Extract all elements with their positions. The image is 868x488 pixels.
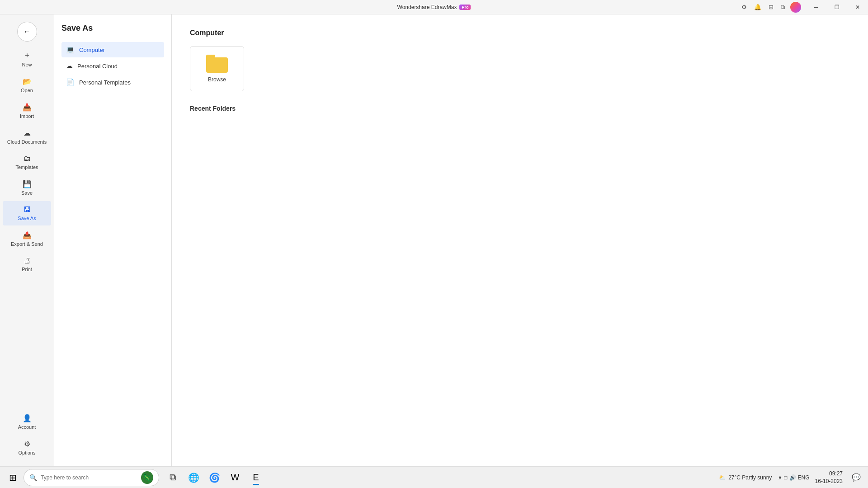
saveas-options: 💻 Computer ☁ Personal Cloud 📄 Personal T… xyxy=(61,42,164,91)
back-button[interactable]: ← xyxy=(17,22,37,42)
chevron-up-icon[interactable]: ∧ xyxy=(778,474,782,481)
sidebar-item-import[interactable]: 📥 Import xyxy=(3,99,51,123)
weather-icon: ⛅ xyxy=(719,474,726,481)
titlebar: Wondershare EdrawMax Pro ⚙ 🔔 ⊞ ⧉ ─ ❐ ✕ xyxy=(0,0,868,14)
edraw-icon: E xyxy=(253,472,259,483)
taskbar-right: ⛅ 27°C Partly sunny ∧ □ 🔊 ENG 09:27 16-1… xyxy=(715,469,864,486)
sidebar-new-icon: ＋ xyxy=(24,51,31,60)
start-icon: ⊞ xyxy=(9,472,17,483)
sidebar-item-cloud[interactable]: ☁ Cloud Documents xyxy=(3,124,51,149)
sidebar-account-icon: 👤 xyxy=(23,414,32,422)
sidebar: ← ＋ New 📂 Open 📥 Import ☁ Cloud Document… xyxy=(0,14,54,466)
sidebar-cloud-label: Cloud Documents xyxy=(7,139,47,145)
sidebar-item-print[interactable]: 🖨 Print xyxy=(3,252,51,277)
grid-icon[interactable]: ⊞ xyxy=(767,3,775,11)
saveas-option-personal_cloud[interactable]: ☁ Personal Cloud xyxy=(61,58,164,74)
pro-badge: Pro xyxy=(459,5,471,10)
saveas-panel: Save As 💻 Computer ☁ Personal Cloud 📄 Pe… xyxy=(54,14,172,466)
word-icon: W xyxy=(231,472,240,483)
back-icon: ← xyxy=(24,28,31,36)
taskbar-apps: ⧉🌐🌀WE xyxy=(163,469,266,487)
saveas-option-computer[interactable]: 💻 Computer xyxy=(61,42,164,57)
restore-button[interactable]: ❐ xyxy=(826,0,847,14)
sidebar-item-export[interactable]: 📤 Export & Send xyxy=(3,226,51,251)
section-title: Computer xyxy=(190,29,850,37)
saveas-title: Save As xyxy=(61,23,164,33)
sidebar-options-icon: ⚙ xyxy=(24,440,30,448)
sidebar-export-icon: 📤 xyxy=(23,231,32,239)
avatar[interactable] xyxy=(790,2,801,13)
monitor-icon[interactable]: □ xyxy=(784,474,787,481)
taskbar: ⊞ 🔍 🦎 ⧉🌐🌀WE ⛅ 27°C Partly sunny ∧ □ 🔊 EN… xyxy=(0,466,868,488)
search-bar[interactable]: 🔍 🦎 xyxy=(24,469,159,486)
sidebar-item-open[interactable]: 📂 Open xyxy=(3,73,51,98)
sidebar-open-label: Open xyxy=(21,88,33,93)
minimize-button[interactable]: ─ xyxy=(806,0,826,14)
sidebar-item-templates[interactable]: 🗂 Templates xyxy=(3,150,51,174)
saveas-personal_cloud-icon: ☁ xyxy=(66,62,73,70)
search-mascot: 🦎 xyxy=(141,471,153,484)
settings-icon[interactable]: ⚙ xyxy=(740,3,749,11)
close-button[interactable]: ✕ xyxy=(847,0,868,14)
sidebar-new-label: New xyxy=(22,62,32,67)
browse-label: Browse xyxy=(208,76,226,83)
weather-temp: 27°C Partly sunny xyxy=(728,474,772,481)
sidebar-bottom: 👤 Account ⚙ Options xyxy=(0,408,54,466)
taskbar-app-word[interactable]: W xyxy=(225,469,245,487)
saveas-personal_templates-label: Personal Templates xyxy=(79,79,131,86)
sidebar-import-icon: 📥 xyxy=(23,103,32,112)
sidebar-open-icon: 📂 xyxy=(23,77,32,86)
edge-icon: 🌀 xyxy=(209,472,220,483)
sidebar-item-options[interactable]: ⚙ Options xyxy=(3,435,51,460)
taskbar-app-taskview[interactable]: ⧉ xyxy=(163,469,183,487)
saveas-computer-icon: 💻 xyxy=(66,46,75,54)
browse-card[interactable]: Browse xyxy=(190,46,244,91)
sidebar-print-icon: 🖨 xyxy=(24,257,31,265)
app-name-text: Wondershare EdrawMax xyxy=(397,4,457,10)
sidebar-options-label: Options xyxy=(19,450,36,455)
saveas-option-personal_templates[interactable]: 📄 Personal Templates xyxy=(61,75,164,90)
language-indicator[interactable]: ENG xyxy=(798,474,810,481)
sidebar-saveas-label: Save As xyxy=(18,216,36,221)
taskbar-app-chrome[interactable]: 🌐 xyxy=(184,469,203,487)
sidebar-import-label: Import xyxy=(20,113,34,119)
saveas-personal_cloud-label: Personal Cloud xyxy=(77,63,118,70)
saveas-personal_templates-icon: 📄 xyxy=(66,78,75,86)
layers-icon[interactable]: ⧉ xyxy=(779,3,787,12)
clock-date: 16-10-2023 xyxy=(815,478,843,485)
sidebar-item-new[interactable]: ＋ New xyxy=(3,46,51,72)
sidebar-account-label: Account xyxy=(18,424,36,430)
titlebar-actions: ⚙ 🔔 ⊞ ⧉ xyxy=(740,3,787,12)
notification-button[interactable]: 💬 xyxy=(848,469,864,486)
search-icon: 🔍 xyxy=(29,474,37,481)
sidebar-save-label: Save xyxy=(21,190,33,196)
notification-icon: 💬 xyxy=(852,473,861,482)
sidebar-item-save[interactable]: 💾 Save xyxy=(3,175,51,200)
sidebar-item-saveas[interactable]: 🖫 Save As xyxy=(3,201,51,225)
sidebar-print-label: Print xyxy=(22,267,32,272)
app-title: Wondershare EdrawMax Pro xyxy=(397,4,471,10)
window-controls: ─ ❐ ✕ xyxy=(806,0,868,14)
app-body: ← ＋ New 📂 Open 📥 Import ☁ Cloud Document… xyxy=(0,14,868,466)
main-content: Computer Browse Recent Folders xyxy=(172,14,868,466)
sidebar-items: ＋ New 📂 Open 📥 Import ☁ Cloud Documents … xyxy=(0,45,54,277)
sidebar-saveas-icon: 🖫 xyxy=(24,206,31,214)
sidebar-item-account[interactable]: 👤 Account xyxy=(3,409,51,434)
sidebar-cloud-icon: ☁ xyxy=(24,129,31,137)
volume-icon[interactable]: 🔊 xyxy=(789,474,796,481)
clock[interactable]: 09:27 16-10-2023 xyxy=(812,469,845,486)
sidebar-save-icon: 💾 xyxy=(23,180,32,188)
taskview-icon: ⧉ xyxy=(170,472,176,483)
search-input[interactable] xyxy=(41,474,137,481)
clock-time: 09:27 xyxy=(815,470,843,478)
weather-widget[interactable]: ⛅ 27°C Partly sunny xyxy=(715,473,775,483)
sidebar-templates-label: Templates xyxy=(15,164,38,170)
system-icons: ∧ □ 🔊 ENG xyxy=(778,474,809,481)
saveas-computer-label: Computer xyxy=(79,47,105,53)
chrome-icon: 🌐 xyxy=(188,472,199,483)
bell-icon[interactable]: 🔔 xyxy=(752,3,763,11)
sidebar-bottom-items: 👤 Account ⚙ Options xyxy=(0,409,54,460)
start-button[interactable]: ⊞ xyxy=(4,469,22,487)
taskbar-app-edge[interactable]: 🌀 xyxy=(204,469,224,487)
taskbar-app-edraw[interactable]: E xyxy=(246,469,266,487)
